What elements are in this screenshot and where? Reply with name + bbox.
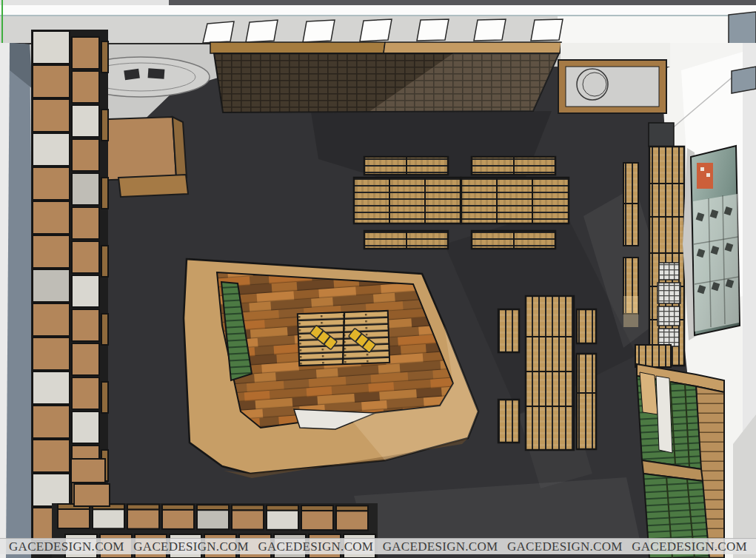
left-outer-wall [0, 43, 36, 558]
cubby-box [267, 511, 298, 530]
bench [577, 354, 596, 449]
cubby-box [101, 314, 108, 345]
table [354, 178, 461, 223]
cubby-box [33, 133, 70, 166]
cubby-box [127, 510, 159, 529]
cubby-box [72, 139, 99, 171]
cubby-box [33, 167, 70, 200]
cubby-box [72, 105, 99, 137]
cubby-box [267, 505, 298, 511]
rendered-image: GACEDESIGN.COM GACEDESIGN.COM GACEDESIGN… [0, 0, 756, 558]
cubby-box [72, 71, 99, 103]
cubby-box [101, 41, 108, 73]
cubby-box [232, 511, 264, 530]
axis-line [1, 0, 3, 43]
service-counter [558, 60, 666, 113]
watermark-text: GACEDESIGN.COM [383, 539, 498, 554]
bench [577, 309, 596, 343]
cubby-box [33, 99, 70, 132]
cubby-box [101, 110, 108, 141]
cubby-box [33, 406, 70, 438]
cubby-box [197, 510, 229, 529]
cubby-box [33, 65, 70, 98]
cubby-box [72, 207, 99, 239]
cubby-box [72, 275, 99, 307]
watermark-text: GACEDESIGN.COM [632, 539, 747, 554]
window-right-wall [732, 67, 756, 93]
cubby-box [72, 309, 99, 341]
cubby-box [33, 201, 70, 234]
cubby-box [71, 459, 105, 483]
cubby-box [72, 241, 99, 273]
cubby-box [72, 377, 99, 409]
watermark-text: GACEDESIGN.COM [9, 539, 124, 554]
cubby-box [58, 509, 90, 528]
wall-poster [683, 146, 740, 340]
cubby-box [197, 505, 229, 510]
cubby-box [33, 235, 70, 268]
bench [498, 309, 519, 352]
cubby-box [33, 269, 70, 302]
cubby-box [301, 505, 333, 511]
cubby-box [301, 511, 333, 530]
cubby-box [93, 509, 124, 528]
cubby-box [74, 484, 110, 506]
cubby-box [33, 474, 70, 506]
poster-logo [697, 163, 713, 189]
cubby-box [162, 505, 194, 510]
slatted-display-wall [210, 42, 561, 112]
cubby-box [101, 382, 108, 413]
watermark-band: GACEDESIGN.COM GACEDESIGN.COM GACEDESIGN… [0, 538, 756, 554]
cubby-box [72, 37, 99, 69]
cubby-box [162, 510, 194, 529]
table [526, 296, 574, 450]
cubby-box [336, 511, 368, 530]
green-shelving-unit [635, 345, 724, 558]
cubby-box [72, 411, 99, 443]
cubby-box [232, 505, 264, 511]
table [461, 178, 569, 223]
cubby-box [33, 31, 70, 64]
cubby-box [72, 343, 99, 375]
cubby-box [101, 178, 108, 209]
watermark-text: GACEDESIGN.COM [507, 539, 623, 554]
slatted-rug [298, 311, 389, 366]
cubby-box [336, 505, 368, 511]
cubby-box [33, 337, 70, 370]
watermark-text: GACEDESIGN.COM [258, 539, 373, 554]
render-scene [0, 0, 756, 558]
cubby-box [127, 505, 159, 510]
cubby-box [101, 246, 108, 277]
watermark-text: GACEDESIGN.COM [133, 539, 249, 554]
cubby-box [33, 303, 70, 336]
cubby-box [33, 440, 70, 472]
window-top-right [729, 12, 756, 46]
bench [498, 400, 519, 443]
cubby-box [72, 173, 99, 205]
wall-notch [649, 123, 674, 147]
cubby-box [33, 372, 70, 404]
